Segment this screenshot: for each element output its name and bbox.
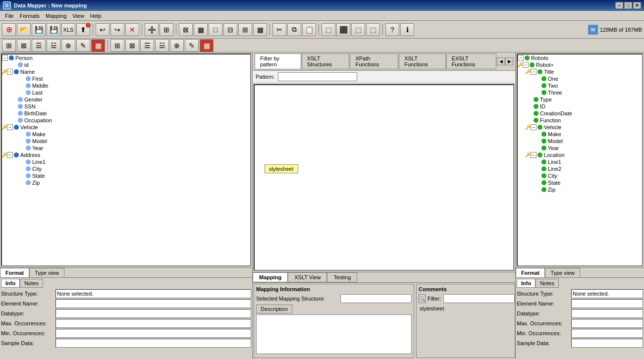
- view3-btn[interactable]: □: [209, 23, 222, 36]
- tree-item-r-line1[interactable]: Line1: [518, 158, 642, 165]
- pattern-input[interactable]: [278, 72, 357, 81]
- tree-item-id[interactable]: id: [2, 61, 250, 68]
- menu-view[interactable]: View: [69, 12, 87, 20]
- filter-tab-xslt-func[interactable]: XSLT Functions: [399, 53, 445, 69]
- tree-item-r-city[interactable]: City: [518, 172, 642, 179]
- tree-item-location[interactable]: 🔑 − Location: [518, 152, 642, 158]
- copy-btn[interactable]: ⧉: [287, 23, 301, 36]
- comment-filter-input[interactable]: [443, 294, 515, 303]
- new-btn[interactable]: ⊕: [2, 23, 16, 36]
- minimize-button[interactable]: −: [615, 2, 623, 9]
- filter-tab-pattern[interactable]: Filter by pattern: [255, 53, 301, 69]
- tree-item-occupation[interactable]: Occupation: [2, 117, 250, 124]
- import-btn[interactable]: ⬆!: [76, 23, 90, 36]
- t2-btn9[interactable]: ⊠: [125, 39, 139, 52]
- expand-vehicle[interactable]: −: [7, 124, 13, 130]
- tree-item-robotplus[interactable]: 🔑 − Robot+: [518, 61, 642, 68]
- tree-item-r-zip[interactable]: Zip: [518, 186, 642, 193]
- tree-item-one[interactable]: One: [518, 75, 642, 82]
- tree-item-gender[interactable]: Gender: [2, 96, 250, 103]
- datatype-value[interactable]: [55, 309, 251, 318]
- view5-btn[interactable]: ⊞: [238, 23, 252, 36]
- tree-item-type[interactable]: Type: [518, 96, 642, 103]
- cut-btn[interactable]: ✂: [272, 23, 286, 36]
- func3-btn[interactable]: ⬚: [351, 23, 365, 36]
- view2-btn[interactable]: ▦: [194, 23, 208, 36]
- t2-btn5[interactable]: ⊕: [61, 39, 75, 52]
- r-min-occ-value[interactable]: [571, 329, 643, 338]
- help-btn[interactable]: ?: [385, 23, 399, 36]
- t2-btn3[interactable]: ☰: [32, 39, 46, 52]
- t2-btn2[interactable]: ⊠: [17, 39, 31, 52]
- tab-testing[interactable]: Testing: [327, 272, 357, 282]
- tree-item-last[interactable]: Last: [2, 89, 250, 96]
- tree-item-creationdate[interactable]: CreationDate: [518, 110, 642, 117]
- expand-robotplus[interactable]: −: [523, 62, 529, 68]
- expand-address[interactable]: −: [7, 152, 13, 158]
- t2-btn12[interactable]: ⊕: [170, 39, 184, 52]
- tree-item-ssn[interactable]: SSN: [2, 103, 250, 110]
- expand-location[interactable]: −: [531, 152, 537, 158]
- filter-tab-exslt-func[interactable]: EXSLT Functions: [446, 53, 496, 69]
- t2-btn1[interactable]: ⊞: [2, 39, 16, 52]
- left-tree[interactable]: − Person id 🔑 − Name First: [1, 53, 251, 266]
- tab-xslt-view[interactable]: XSLT View: [288, 272, 327, 282]
- t2-btn6[interactable]: ✎: [76, 39, 90, 52]
- export-btn[interactable]: XLS: [61, 23, 75, 36]
- tab-typeview-right[interactable]: Type view: [545, 268, 580, 277]
- tree-item-birthdate[interactable]: BirthDate: [2, 110, 250, 117]
- r-elem-name-value[interactable]: [571, 299, 643, 308]
- sample-data-value[interactable]: [55, 339, 251, 348]
- tab-info-right[interactable]: Info: [517, 279, 536, 288]
- min-occ-value[interactable]: [55, 329, 251, 338]
- tab-notes-left[interactable]: Notes: [20, 279, 43, 288]
- r-struct-type-value[interactable]: [571, 289, 643, 298]
- tree-item-middle[interactable]: Middle: [2, 82, 250, 89]
- t2-btn11[interactable]: ☱: [155, 39, 169, 52]
- tree-item-r-model[interactable]: Model: [518, 138, 642, 145]
- tree-item-function[interactable]: Function: [518, 117, 642, 124]
- tree-item-city[interactable]: City: [2, 165, 250, 172]
- t2-btn7[interactable]: ▦: [91, 39, 105, 52]
- save-btn[interactable]: 💾: [32, 23, 46, 36]
- tree-item-person[interactable]: − Person: [2, 54, 250, 61]
- save-as-btn[interactable]: 💾: [47, 23, 60, 36]
- paste-btn[interactable]: 📋: [302, 23, 316, 36]
- tree-item-r-line2[interactable]: Line2: [518, 165, 642, 172]
- func2-btn[interactable]: ⬛: [336, 23, 350, 36]
- expand-name[interactable]: −: [7, 69, 13, 75]
- tree-item-two[interactable]: Two: [518, 82, 642, 89]
- tab-format-left[interactable]: Format: [0, 268, 29, 277]
- view1-btn[interactable]: ⊠: [179, 23, 193, 36]
- tree-item-r-title[interactable]: 🔑 − Title: [518, 68, 642, 75]
- description-button[interactable]: Description: [256, 305, 292, 313]
- t2-btn14[interactable]: ▦: [200, 39, 214, 52]
- expand-r-title[interactable]: −: [531, 69, 537, 75]
- t2-btn4[interactable]: ☱: [47, 39, 60, 52]
- tree-item-name[interactable]: 🔑 − Name: [2, 68, 250, 75]
- tree-item-address[interactable]: 🔑 − Address: [2, 152, 250, 158]
- stylesheet-node[interactable]: stylesheet: [265, 164, 298, 173]
- t2-btn8[interactable]: ⊞: [110, 39, 124, 52]
- tree-item-r-state[interactable]: State: [518, 179, 642, 186]
- filter-tab-xslt-struct[interactable]: XSLT Structures: [302, 53, 350, 69]
- tab-info-left[interactable]: Info: [1, 279, 20, 288]
- tree-item-first[interactable]: First: [2, 75, 250, 82]
- center-canvas[interactable]: stylesheet: [254, 84, 514, 271]
- menu-formats[interactable]: Formats: [17, 12, 43, 20]
- add-dest-btn[interactable]: ⊞: [160, 23, 173, 36]
- maximize-button[interactable]: □: [624, 2, 632, 9]
- t2-btn10[interactable]: ☰: [140, 39, 154, 52]
- menu-help[interactable]: Help: [87, 12, 105, 20]
- tree-item-state[interactable]: State: [2, 172, 250, 179]
- expand-robots[interactable]: −: [518, 55, 524, 61]
- info-btn[interactable]: ℹ: [400, 23, 414, 36]
- func4-btn[interactable]: ⬚: [366, 23, 380, 36]
- max-occ-value[interactable]: [55, 319, 251, 328]
- r-sample-data-value[interactable]: [571, 339, 643, 348]
- delete-btn[interactable]: ✕: [125, 23, 139, 36]
- struct-type-value[interactable]: [55, 289, 251, 298]
- r-max-occ-value[interactable]: [571, 319, 643, 328]
- tree-item-rid[interactable]: ID: [518, 103, 642, 110]
- tree-item-zip[interactable]: Zip: [2, 179, 250, 186]
